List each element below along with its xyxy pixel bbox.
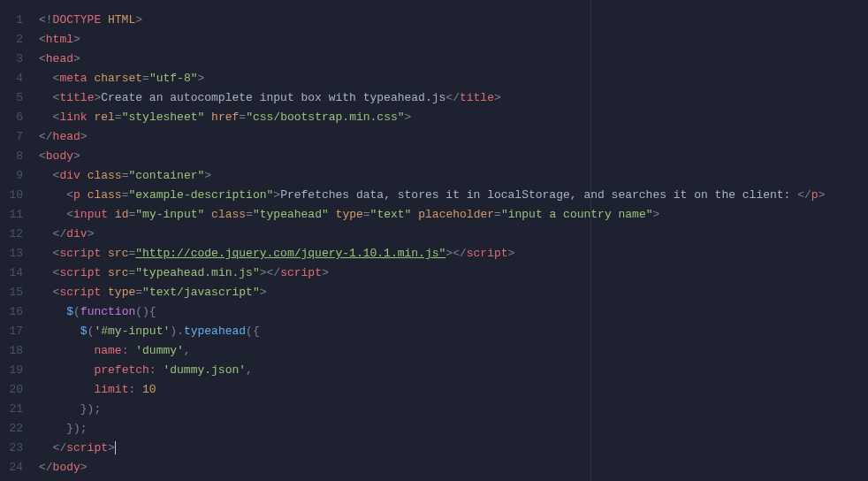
line-number: 10: [0, 186, 32, 205]
line-number: 12: [0, 225, 32, 244]
code-line[interactable]: limit: 10: [39, 380, 868, 400]
line-number: 9: [0, 166, 32, 186]
line-number: 13: [0, 244, 32, 263]
line-number: 6: [0, 108, 32, 127]
line-number: 5: [0, 88, 32, 108]
code-line[interactable]: <div class="container">: [39, 166, 868, 186]
line-number: 11: [0, 205, 32, 225]
code-line[interactable]: prefetch: 'dummy.json',: [39, 361, 868, 380]
line-number: 1: [0, 11, 32, 30]
code-line[interactable]: $('#my-input').typeahead({: [39, 322, 868, 341]
code-line[interactable]: <input id="my-input" class="typeahead" t…: [39, 205, 868, 225]
text-cursor: [115, 441, 116, 454]
code-editor[interactable]: 1234567891011121314151617181920212223242…: [0, 0, 868, 481]
code-line[interactable]: </body>: [39, 458, 868, 477]
code-line[interactable]: <meta charset="utf-8">: [39, 69, 868, 88]
line-number: 23: [0, 439, 32, 458]
code-line[interactable]: <script type="text/javascript">: [39, 283, 868, 302]
line-number: 8: [0, 147, 32, 166]
code-line[interactable]: <link rel="stylesheet" href="css/bootstr…: [39, 108, 868, 127]
line-number: 17: [0, 322, 32, 341]
line-number: 18: [0, 341, 32, 361]
line-number: 16: [0, 302, 32, 322]
code-line[interactable]: });: [39, 419, 868, 439]
line-number: 24: [0, 458, 32, 477]
line-number: 15: [0, 283, 32, 302]
line-number: 3: [0, 50, 32, 69]
code-line[interactable]: <script src="http://code.jquery.com/jque…: [39, 244, 868, 263]
line-number: 2: [0, 30, 32, 50]
code-line[interactable]: <script src="typeahead.min.js"></script>: [39, 263, 868, 283]
code-line[interactable]: </head>: [39, 127, 868, 147]
line-number: 4: [0, 69, 32, 88]
line-number-gutter: 1234567891011121314151617181920212223242…: [0, 0, 32, 481]
code-line[interactable]: $(function(){: [39, 302, 868, 322]
code-area[interactable]: <!DOCTYPE HTML><html><head> <meta charse…: [32, 0, 868, 481]
code-line[interactable]: </script>: [39, 439, 868, 458]
code-line[interactable]: <html>: [39, 30, 868, 50]
line-number: 19: [0, 361, 32, 380]
code-line[interactable]: <head>: [39, 50, 868, 69]
line-number: 21: [0, 400, 32, 419]
code-line[interactable]: <p class="example-description">Prefetche…: [39, 186, 868, 205]
line-number: 20: [0, 380, 32, 400]
code-line[interactable]: <!DOCTYPE HTML>: [39, 11, 868, 30]
code-line[interactable]: <body>: [39, 147, 868, 166]
line-number: 7: [0, 127, 32, 147]
code-line[interactable]: </div>: [39, 225, 868, 244]
code-line[interactable]: </html>: [39, 477, 868, 481]
code-line[interactable]: <title>Create an autocomplete input box …: [39, 88, 868, 108]
line-number: 22: [0, 419, 32, 439]
code-line[interactable]: name: 'dummy',: [39, 341, 868, 361]
code-content[interactable]: <!DOCTYPE HTML><html><head> <meta charse…: [39, 11, 868, 481]
line-number: 14: [0, 263, 32, 283]
code-line[interactable]: });: [39, 400, 868, 419]
line-number: 25: [0, 477, 32, 481]
